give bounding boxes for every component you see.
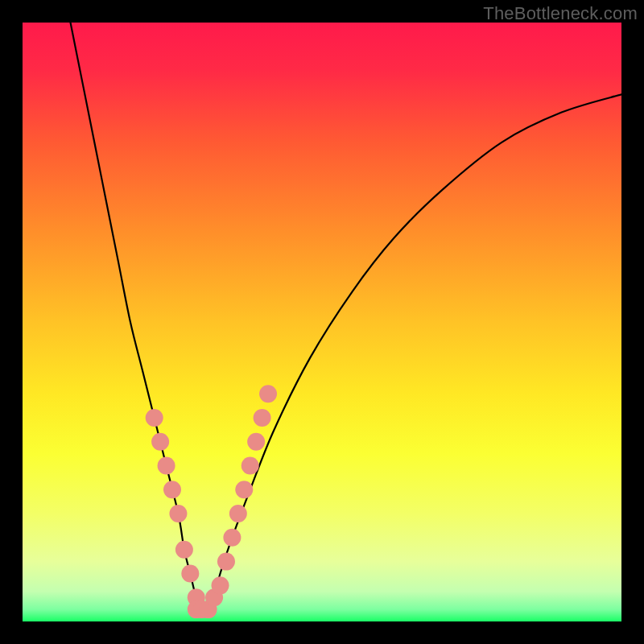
marker-dot [146,409,163,427]
marker-dot [247,433,265,451]
watermark-text: TheBottleneck.com [483,3,638,24]
chart-svg [23,23,621,621]
marker-dot [235,481,253,498]
gradient-background [23,23,621,621]
marker-dot [217,553,235,571]
marker-dot [158,457,175,475]
marker-dot [212,576,229,594]
marker-dot [223,529,241,547]
marker-dot [151,433,169,451]
marker-dot [229,505,247,522]
marker-dot [254,409,271,427]
marker-dot [242,457,259,475]
marker-dot [175,541,193,559]
marker-dot [259,385,277,402]
marker-dot [169,505,187,522]
marker-dot [163,481,181,498]
chart-frame: TheBottleneck.com [0,0,644,644]
plot-area [23,23,621,621]
marker-dot [181,564,199,582]
